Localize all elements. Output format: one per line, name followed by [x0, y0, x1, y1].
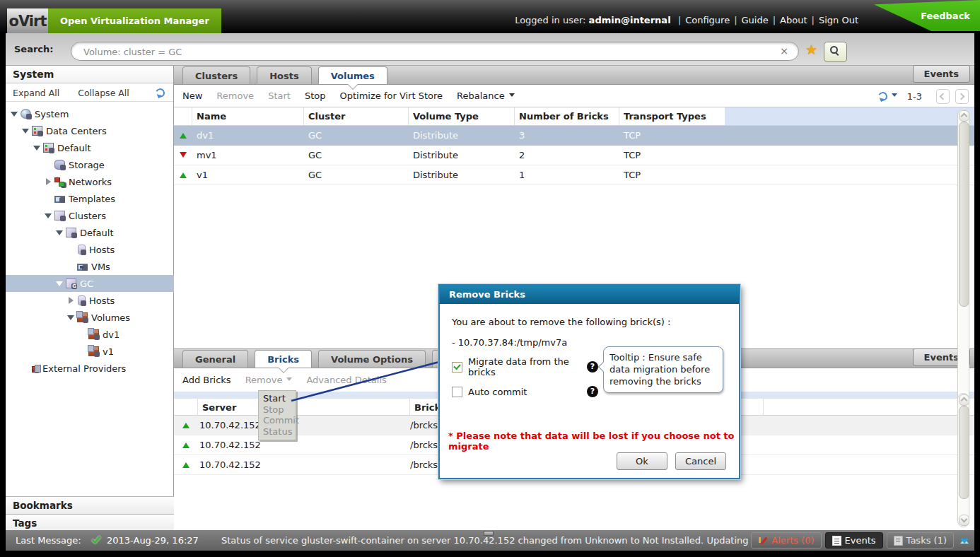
tree-item[interactable]: G GC	[6, 275, 174, 292]
tree-item[interactable]: System	[6, 105, 174, 122]
volume-row[interactable]: v1 GC Distribute 1 TCP	[174, 165, 974, 185]
bookmark-star-icon[interactable]: ★	[805, 42, 817, 57]
toolbar-button[interactable]: Start	[268, 90, 291, 101]
menu-item[interactable]: Commit	[263, 415, 296, 426]
footer-collapse-toggle-icon[interactable]	[960, 534, 970, 548]
session-link[interactable]: Guide	[742, 15, 769, 25]
clear-search-icon[interactable]: ×	[780, 45, 788, 57]
main-tab[interactable]: Hosts	[257, 66, 312, 84]
events-button-top[interactable]: Events	[913, 65, 970, 83]
expand-all-button[interactable]: Expand All	[13, 88, 59, 98]
column-header[interactable]: Cluster	[304, 107, 409, 125]
volume-row[interactable]: mv1 GC Distribute 2 TCP	[174, 146, 974, 165]
tree-item[interactable]: VMs	[6, 258, 174, 275]
cancel-button[interactable]: Cancel	[675, 452, 726, 470]
tree-expander-icon[interactable]	[10, 110, 19, 117]
scrollbar-thumb[interactable]	[959, 122, 969, 307]
toolbar-button[interactable]: New	[182, 90, 202, 101]
toolbar-button[interactable]: Remove	[216, 90, 254, 101]
main-tab[interactable]: Clusters	[182, 66, 250, 84]
bricks-toolbar-button[interactable]: Add Bricks	[182, 375, 231, 385]
help-icon[interactable]: ?	[587, 361, 598, 373]
tree-expander-icon[interactable]	[66, 246, 76, 253]
tree-item[interactable]: External Providers	[6, 360, 174, 377]
tree-expander-icon[interactable]	[78, 348, 87, 355]
main-tab[interactable]: Volumes	[318, 66, 387, 84]
bricks-toolbar-button[interactable]: Remove	[245, 375, 293, 385]
tree-item[interactable]: Clusters	[6, 207, 174, 224]
toolbar-button[interactable]: Stop	[305, 90, 326, 101]
detail-tab[interactable]: Volume Options	[318, 350, 426, 368]
tags-panel-header[interactable]: Tags	[6, 514, 174, 532]
tree-item[interactable]: Default	[6, 139, 174, 156]
tree-expander-icon[interactable]	[55, 280, 64, 287]
tree-item-icon: G	[66, 278, 76, 288]
tree-expander-icon[interactable]	[21, 365, 30, 372]
feedback-ribbon[interactable]: Feedback	[874, 0, 980, 31]
next-page-button[interactable]	[955, 89, 969, 104]
menu-item[interactable]: Start	[263, 393, 296, 404]
bricks-toolbar-button[interactable]: Advanced Details	[306, 375, 386, 385]
prev-page-button[interactable]	[936, 89, 950, 104]
column-header[interactable]: Name	[192, 107, 304, 125]
scroll-up-icon[interactable]	[959, 394, 969, 406]
tree-item[interactable]: Hosts	[6, 292, 174, 309]
toolbar-button[interactable]: Optimize for Virt Store	[339, 90, 443, 101]
tree-item[interactable]: Templates	[6, 190, 174, 207]
dialog-title[interactable]: Remove Bricks	[440, 286, 739, 304]
session-link[interactable]: Configure	[685, 15, 730, 25]
search-input[interactable]	[82, 45, 764, 59]
detail-tab[interactable]: General	[182, 350, 248, 368]
checkbox[interactable]	[452, 362, 462, 373]
scroll-up-icon[interactable]	[959, 110, 969, 122]
column-header[interactable]: Volume Type	[409, 107, 515, 125]
checkbox[interactable]	[452, 387, 462, 397]
session-link[interactable]: About	[780, 15, 807, 25]
bricks-scrollbar[interactable]	[957, 393, 969, 527]
tree-item[interactable]: Data Centers	[6, 122, 174, 139]
tree-item[interactable]: Hosts	[6, 241, 174, 258]
tree-expander-icon[interactable]	[66, 263, 76, 270]
column-header[interactable]: Number of Bricks	[515, 107, 619, 125]
menu-item[interactable]: Stop	[263, 404, 296, 416]
alerts-button[interactable]: Alerts (0)	[751, 532, 821, 549]
tree-expander-icon[interactable]	[66, 314, 76, 321]
help-icon[interactable]: ?	[587, 386, 598, 397]
scroll-down-icon[interactable]	[959, 515, 969, 526]
session-link[interactable]: Sign Out	[819, 15, 858, 25]
grid-refresh-icon[interactable]	[877, 90, 889, 102]
tree-expander-icon[interactable]	[66, 297, 76, 304]
tree-item[interactable]: Networks	[6, 173, 174, 190]
tree-expander-icon[interactable]	[44, 195, 53, 202]
detail-tab[interactable]: Bricks	[255, 350, 312, 368]
tree-expander-icon[interactable]	[21, 127, 30, 134]
tree-expander-icon[interactable]	[55, 229, 64, 236]
events-footer-button[interactable]: Events	[825, 532, 883, 549]
volume-row[interactable]: dv1 GC Distribute 3 TCP	[174, 126, 974, 146]
menu-item[interactable]: Status	[263, 426, 296, 438]
tree-expander-icon[interactable]	[78, 331, 87, 338]
refresh-options-caret-icon[interactable]	[892, 93, 897, 100]
tasks-button[interactable]: Tasks (1)	[887, 532, 954, 549]
tree-item[interactable]: Storage	[6, 156, 174, 173]
bookmarks-panel-header[interactable]: Bookmarks	[6, 496, 174, 514]
ok-button[interactable]: Ok	[617, 452, 667, 470]
refresh-icon[interactable]	[154, 87, 166, 99]
tree-item[interactable]: Volumes	[6, 309, 174, 326]
toolbar-button[interactable]: Rebalance	[457, 90, 515, 101]
column-header[interactable]: Transport Types	[619, 107, 725, 125]
tree-item[interactable]: dv1	[6, 326, 174, 343]
tree-item[interactable]: Default	[6, 224, 174, 241]
events-icon	[832, 536, 841, 546]
scrollbar-thumb[interactable]	[959, 406, 969, 499]
tree-item[interactable]: v1	[6, 343, 174, 360]
collapse-all-button[interactable]: Collapse All	[78, 88, 129, 98]
brick-column-header[interactable]: Server	[198, 399, 410, 415]
tree-expander-icon[interactable]	[33, 144, 42, 151]
volumes-scrollbar[interactable]	[957, 109, 969, 411]
last-message-text[interactable]: Status of service gluster-swift-containe…	[221, 535, 818, 546]
tree-expander-icon[interactable]	[44, 212, 53, 219]
search-button[interactable]	[824, 42, 847, 62]
tree-expander-icon[interactable]	[44, 178, 53, 185]
tree-expander-icon[interactable]	[44, 161, 53, 168]
